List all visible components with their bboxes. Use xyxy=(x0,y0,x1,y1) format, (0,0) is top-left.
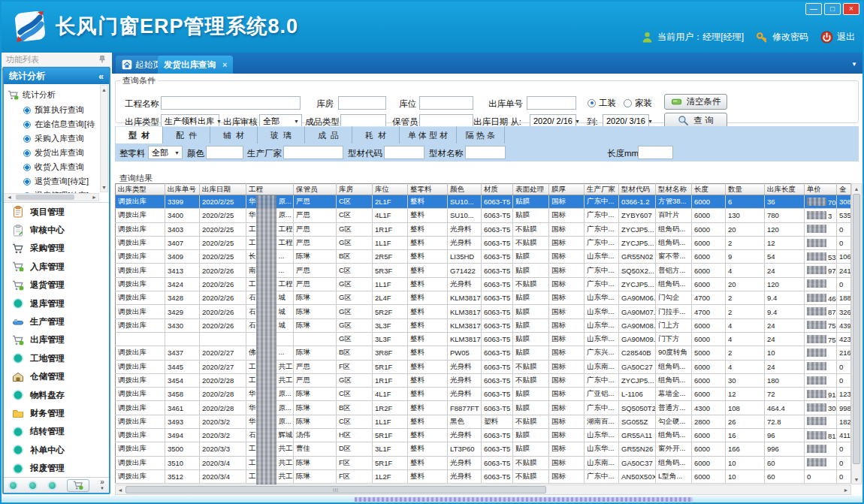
table-row[interactable]: 调拨出库 3399 2020/2/25 华原... 严思 C区 2L1F 整料 … xyxy=(116,195,851,209)
column-header[interactable]: 金 xyxy=(837,184,851,195)
column-header[interactable]: 出库长度 xyxy=(765,184,805,195)
scroll-up-icon[interactable]: ▲ xyxy=(852,184,861,193)
collapsed-module-button[interactable] xyxy=(67,479,89,492)
collapse-icon[interactable]: « xyxy=(98,71,104,82)
warehouse-input[interactable] xyxy=(338,96,386,110)
column-header[interactable]: 保管员 xyxy=(294,184,337,195)
scroll-right-icon[interactable]: ► xyxy=(90,194,98,201)
sidebar-module[interactable]: 财务管理 xyxy=(4,404,109,422)
sidebar-module[interactable]: 出库管理 xyxy=(4,331,109,349)
table-row[interactable]: 调拨出库 3437 2020/2/27 佛... 陈琳 B区 3R8F 整料 P… xyxy=(116,346,851,360)
maximize-button[interactable]: □ xyxy=(824,3,841,15)
table-row[interactable]: 调拨出库 3400 2020/2/25 华原... 严思 C区 4L1F 整料 … xyxy=(116,209,851,222)
color-input[interactable] xyxy=(206,146,243,159)
material-tab[interactable]: 配 件 xyxy=(163,126,210,143)
column-header[interactable]: 长度 xyxy=(692,184,726,195)
tree-item[interactable]: 收货入库查询 xyxy=(8,160,98,174)
tree-item[interactable]: 发货出库查询 xyxy=(8,146,98,160)
table-row[interactable]: 调拨出库 3409 2020/2/25 长... 陈琳 B区 2R5F 整料 L… xyxy=(116,250,851,264)
column-header[interactable]: 材质 xyxy=(482,184,513,195)
material-tab[interactable]: 隔 热 条 xyxy=(457,126,505,143)
radio-gongzhuang[interactable]: 工装 xyxy=(588,96,616,110)
tree-item[interactable]: 预算执行查询 xyxy=(8,103,98,117)
column-header[interactable]: 出库日期 xyxy=(200,184,246,195)
table-row[interactable]: 调拨出库 3493 2020/3/2 华原... 陈琳 C区 1L1F 整料 黑… xyxy=(116,415,851,428)
table-row[interactable]: 调拨出库 3424 2020/2/26 工工程 严思 G区 1L1F 整料 光身… xyxy=(116,277,851,291)
table-row[interactable]: 调拨出库 3428 2020/2/26 石城 陈琳 G区 2L4F 整料 KLM… xyxy=(116,291,851,305)
column-header[interactable]: 库位 xyxy=(373,184,408,195)
scroll-left-icon[interactable]: ◄ xyxy=(116,485,125,494)
pin-icon[interactable] xyxy=(98,55,107,64)
column-header[interactable]: 颜色 xyxy=(448,184,482,195)
table-row[interactable]: 调拨出库 3429 2020/2/26 石城 陈琳 G区 5R2F 整料 KLM… xyxy=(116,305,851,318)
column-header[interactable]: 膜厚 xyxy=(549,184,585,195)
table-row[interactable]: 调拨出库 3500 2020/3/3 工共工程 曹佳 D区 3L1F 整料 LT… xyxy=(116,442,851,456)
table-row[interactable]: 调拨出库 3407 2020/2/25 工工程 严思 G区 1L1F 整料 光身… xyxy=(116,236,851,249)
table-row[interactable]: 调拨出库 3458 2020/2/28 华原... 陈琳 C区 4L1F 整料 … xyxy=(116,388,851,401)
sidebar-module[interactable]: 审核中心 xyxy=(4,221,109,239)
vertical-scrollbar[interactable]: ▲ ▼ xyxy=(851,183,862,484)
tree-vertical-scrollbar[interactable]: ▲ ▼ xyxy=(100,85,108,192)
scroll-up-icon[interactable]: ▲ xyxy=(101,86,107,94)
tree-item[interactable]: 采购入库查询 xyxy=(8,131,98,146)
column-header[interactable]: 数量 xyxy=(726,184,765,195)
collapsed-module-icon[interactable] xyxy=(47,481,57,490)
tab-shipment-query[interactable]: 发货出库查询 × xyxy=(158,56,233,74)
table-row[interactable]: 调拨出库 3512 2020/3/4 工共工程 陈琳 F区 1L2F 整料 光身… xyxy=(116,469,851,483)
sidebar-module[interactable]: 退库管理 xyxy=(4,294,109,312)
table-row[interactable]: G区 3L3F 整料 KLM3817 6063-T5 贴膜 国标 山东华... … xyxy=(116,332,851,346)
table-row[interactable]: 调拨出库 3413 2020/2/26 南... 严思 C区 5R3F 整料 G… xyxy=(116,264,851,277)
material-tab[interactable]: 耗 材 xyxy=(352,126,400,143)
column-header[interactable]: 出库单号 xyxy=(165,184,200,195)
scrollbar-thumb[interactable] xyxy=(16,195,74,200)
column-header[interactable]: 表面处理 xyxy=(513,184,549,195)
close-button[interactable]: × xyxy=(843,3,859,15)
scroll-down-icon[interactable]: ▼ xyxy=(852,475,861,484)
column-header[interactable]: 单价 xyxy=(805,184,837,195)
close-tab-icon[interactable]: × xyxy=(222,60,227,69)
table-row[interactable]: 调拨出库 3510 2020/3/4 工共工程 陈琳 F区 5R1F 整料 光身… xyxy=(116,456,851,469)
tree-horizontal-scrollbar[interactable]: ◄ ► xyxy=(5,193,99,201)
tab-overflow-icon[interactable]: ▼ xyxy=(851,61,857,68)
material-tab[interactable]: 单 体 型 材 xyxy=(400,126,457,143)
location-input[interactable] xyxy=(419,96,473,110)
column-header[interactable]: 生产厂家 xyxy=(585,184,619,195)
sidebar-module[interactable]: 补单中心 xyxy=(4,441,109,459)
scroll-down-icon[interactable]: ▼ xyxy=(101,183,107,192)
profile-name-input[interactable] xyxy=(465,146,506,159)
tree-item[interactable]: 在途信息查询[待 xyxy=(8,117,98,131)
manufacturer-input[interactable] xyxy=(283,146,343,159)
scroll-left-icon[interactable]: ◄ xyxy=(5,194,14,201)
table-row[interactable]: 调拨出库 3403 2020/2/25 工工程 严思 G区 1R1F 整料 光身… xyxy=(116,222,851,236)
sidebar-module[interactable]: 仓储管理 xyxy=(4,368,109,386)
tree-item[interactable]: 退货查询[待定] xyxy=(8,174,98,189)
column-header[interactable]: 型材名称 xyxy=(656,184,692,195)
material-tab[interactable]: 成 品 xyxy=(305,126,352,143)
minimize-button[interactable]: — xyxy=(805,3,822,15)
radio-jiazhuang[interactable]: 家装 xyxy=(624,96,652,110)
table-row[interactable]: 调拨出库 3454 2020/2/28 工共工程 严思 G区 1R1F 整料 光… xyxy=(116,373,851,387)
sidebar-module[interactable]: 入库管理 xyxy=(4,258,109,276)
column-header[interactable]: 工程 xyxy=(246,184,294,195)
material-tab[interactable]: 玻 璃 xyxy=(258,126,305,143)
scroll-right-icon[interactable]: ► xyxy=(841,485,850,494)
sidebar-module[interactable]: 项目管理 xyxy=(4,203,109,221)
project-name-input[interactable] xyxy=(161,96,301,110)
length-input[interactable] xyxy=(638,146,673,159)
scrollbar-thumb[interactable] xyxy=(853,194,860,464)
column-header[interactable]: 库房 xyxy=(337,184,373,195)
column-header[interactable]: 型材代码 xyxy=(619,184,656,195)
scrollbar-thumb[interactable]: ||| xyxy=(125,486,546,493)
table-row[interactable]: 调拨出库 3461 2020/2/28 华原... 陈琳 B区 1R2F 整料 … xyxy=(116,401,851,415)
profile-code-input[interactable] xyxy=(384,146,424,159)
overflow-button[interactable]: » ▼ xyxy=(100,479,104,491)
column-header[interactable]: 出库类型 xyxy=(116,184,165,195)
material-tab[interactable]: 型 材 xyxy=(116,126,163,143)
sidebar-module[interactable]: 退货管理 xyxy=(4,276,109,294)
tree-root-statistics[interactable]: 统计分析 xyxy=(8,87,98,103)
order-no-input[interactable] xyxy=(527,96,576,110)
column-header[interactable]: 整零料 xyxy=(408,184,448,195)
whole-part-select[interactable]: 全部 ▼ xyxy=(148,146,183,159)
sidebar-module[interactable]: 工地管理 xyxy=(4,349,109,367)
clear-conditions-button[interactable]: 清空条件 xyxy=(664,94,727,110)
